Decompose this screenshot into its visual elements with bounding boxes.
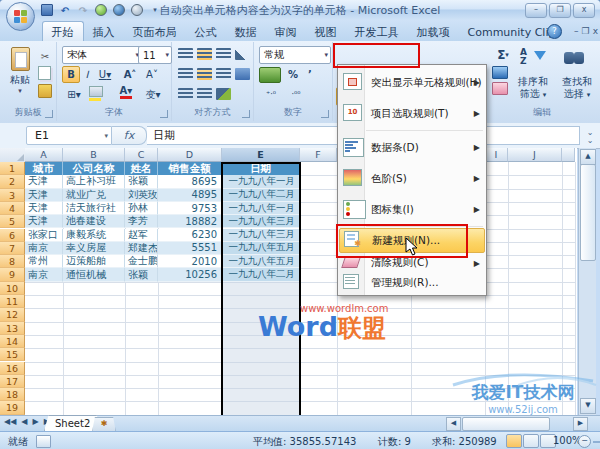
- row-header-19[interactable]: 19: [0, 401, 25, 414]
- table-cell[interactable]: 9753: [158, 202, 222, 215]
- page-layout-view-icon[interactable]: [523, 434, 539, 448]
- ribbon-tab-1[interactable]: 插入: [84, 22, 124, 42]
- table-cell[interactable]: 一九九八年三月: [222, 229, 300, 242]
- redo-icon[interactable]: ↷: [76, 4, 90, 17]
- row-header-16[interactable]: 16: [0, 362, 25, 375]
- row-header-15[interactable]: 15: [0, 348, 25, 361]
- increase-decimal-icon[interactable]: ⁺·⁰: [259, 86, 283, 103]
- table-cell[interactable]: 天津: [25, 175, 63, 188]
- ribbon-tab-6[interactable]: 视图: [306, 22, 346, 42]
- table-cell[interactable]: 金士鹏: [125, 255, 158, 268]
- table-cell[interactable]: 李芳: [125, 215, 158, 228]
- table-header-cell[interactable]: 销售金额: [158, 162, 222, 175]
- restore-button[interactable]: ❐: [549, 3, 571, 18]
- grow-font-icon[interactable]: A˄: [119, 66, 141, 83]
- table-header-cell[interactable]: 公司名称: [63, 162, 125, 175]
- clear-icon[interactable]: [492, 82, 508, 95]
- row-header-17[interactable]: 17: [0, 375, 25, 388]
- decrease-indent-icon[interactable]: [178, 88, 193, 100]
- find-select-icon[interactable]: [562, 48, 588, 70]
- ribbon-tab-5[interactable]: 审阅: [266, 22, 306, 42]
- table-cell[interactable]: 一九九八年五月: [222, 242, 300, 255]
- merge-center-icon[interactable]: [235, 68, 250, 80]
- first-sheet-icon[interactable]: ◀◀: [4, 417, 16, 426]
- menu-item-3[interactable]: 色阶(S)▶: [339, 163, 485, 194]
- zoom-slider[interactable]: − +: [578, 435, 600, 448]
- align-right-icon[interactable]: [216, 68, 231, 80]
- scroll-right-icon[interactable]: ▶: [573, 417, 588, 431]
- align-bottom-icon[interactable]: [216, 48, 231, 60]
- align-center-icon[interactable]: [197, 68, 212, 80]
- save-icon[interactable]: [40, 4, 54, 17]
- italic-button[interactable]: I: [79, 66, 95, 83]
- fill-color-icon[interactable]: [89, 86, 111, 101]
- horizontal-scroll-thumb[interactable]: [462, 417, 550, 431]
- wrap-text-icon[interactable]: [216, 88, 231, 100]
- column-header-C[interactable]: C: [125, 148, 158, 162]
- pause-icon[interactable]: [130, 4, 144, 17]
- ribbon-tab-4[interactable]: 数据: [226, 22, 266, 42]
- autosum-button[interactable]: Σ ▾: [490, 46, 516, 63]
- table-cell[interactable]: 孙林: [125, 202, 158, 215]
- table-cell[interactable]: 张家口: [25, 229, 63, 242]
- row-header-12[interactable]: 12: [0, 308, 25, 321]
- font-color-icon[interactable]: A▾: [115, 86, 137, 101]
- row-header-1[interactable]: 1: [0, 162, 25, 175]
- sort-filter-button[interactable]: 排序和筛选 ▾: [512, 76, 554, 101]
- horizontal-scrollbar[interactable]: ◀ ▶: [446, 417, 588, 431]
- row-header-13[interactable]: 13: [0, 322, 25, 335]
- ribbon-tab-8[interactable]: 加载项: [408, 22, 459, 42]
- scroll-up-icon[interactable]: ▲: [580, 149, 596, 165]
- table-cell[interactable]: 幸义房屋: [63, 242, 125, 255]
- bold-button[interactable]: B: [62, 66, 80, 83]
- table-cell[interactable]: 18882: [158, 215, 222, 228]
- percent-icon[interactable]: %: [284, 66, 302, 83]
- alignment-dialog-launcher[interactable]: [242, 110, 250, 118]
- phonetic-guide-icon[interactable]: 变▾: [141, 86, 165, 103]
- table-cell[interactable]: 一九九八年五月: [222, 255, 300, 268]
- table-cell[interactable]: 常州: [25, 255, 63, 268]
- table-cell[interactable]: 一九九八年二月: [222, 189, 300, 202]
- column-header-B[interactable]: B: [63, 148, 125, 162]
- table-cell[interactable]: 一九九八年二月: [222, 268, 300, 281]
- row-header-4[interactable]: 4: [0, 202, 25, 215]
- table-cell[interactable]: 通恒机械: [63, 268, 125, 281]
- column-header-I[interactable]: I: [485, 148, 508, 162]
- align-top-icon[interactable]: [178, 48, 193, 60]
- copy-icon[interactable]: [38, 66, 51, 80]
- macro-record-icon[interactable]: [36, 435, 51, 448]
- help-icon[interactable]: ?: [547, 24, 562, 39]
- close-button[interactable]: x: [573, 3, 595, 18]
- insert-worksheet-icon[interactable]: ✱: [92, 417, 116, 432]
- table-cell[interactable]: 天津: [25, 202, 63, 215]
- scroll-left-icon[interactable]: ◀: [446, 417, 461, 431]
- table-cell[interactable]: 洁天旅行社: [63, 202, 125, 215]
- table-cell[interactable]: 5551: [158, 242, 222, 255]
- table-cell[interactable]: 天津: [25, 189, 63, 202]
- align-middle-icon[interactable]: [197, 48, 212, 60]
- comma-icon[interactable]: ’: [302, 66, 318, 83]
- column-header-F[interactable]: F: [300, 148, 337, 162]
- format-painter-icon[interactable]: [38, 84, 52, 98]
- undo-icon[interactable]: ↶: [58, 4, 72, 17]
- doc-minimize-icon[interactable]: –: [574, 26, 579, 36]
- column-header-E[interactable]: E: [222, 148, 300, 162]
- row-header-18[interactable]: 18: [0, 388, 25, 401]
- row-header-9[interactable]: 9: [0, 268, 25, 281]
- minimize-button[interactable]: –: [525, 3, 547, 18]
- underline-button[interactable]: U▾: [94, 66, 116, 83]
- row-header-8[interactable]: 8: [0, 255, 25, 268]
- column-header-D[interactable]: D: [158, 148, 222, 162]
- number-format-select[interactable]: 常规▾: [259, 46, 331, 64]
- row-header-10[interactable]: 10: [0, 282, 25, 295]
- paste-button[interactable]: 粘贴 ▾: [7, 47, 33, 101]
- normal-view-icon[interactable]: [506, 434, 522, 448]
- table-cell[interactable]: 一九九八年三月: [222, 215, 300, 228]
- menu-item-4[interactable]: 图标集(I)▶: [339, 194, 485, 225]
- increase-indent-icon[interactable]: [197, 88, 212, 100]
- vertical-scroll-thumb[interactable]: [580, 164, 596, 261]
- table-cell[interactable]: 就业广兑: [63, 189, 125, 202]
- doc-restore-icon[interactable]: ❐: [582, 26, 590, 36]
- table-cell[interactable]: 10256: [158, 268, 222, 281]
- row-header-2[interactable]: 2: [0, 175, 25, 188]
